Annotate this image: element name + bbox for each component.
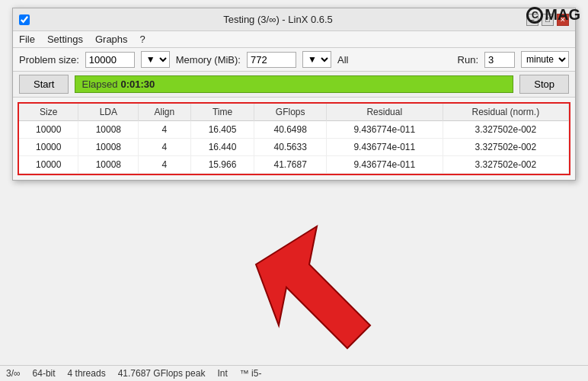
elapsed-section: Elapsed 0:01:30 xyxy=(75,75,513,93)
status-gflops: 41.7687 GFlops peak xyxy=(118,368,206,379)
status-runs: 3/∞ xyxy=(6,368,21,379)
memory-input[interactable] xyxy=(247,52,296,68)
table-cell: 16.440 xyxy=(190,139,254,156)
col-residual-norm: Residual (norm.) xyxy=(443,104,568,121)
table-cell: 4 xyxy=(139,121,190,139)
run-dropdown[interactable]: minute xyxy=(521,51,569,68)
arrow-overlay xyxy=(248,219,401,358)
toolbar: Problem size: ▼ Memory (MiB): ▼ All Run:… xyxy=(13,48,575,72)
results-table: Size LDA Align Time GFlops Residual Resi… xyxy=(19,104,569,174)
run-label: Run: xyxy=(458,54,478,66)
table-row: 1000010008416.40540.64989.436774e-0113.3… xyxy=(19,121,569,139)
table-header-row: Size LDA Align Time GFlops Residual Resi… xyxy=(19,104,569,121)
table-cell: 10008 xyxy=(78,121,139,139)
memory-dropdown[interactable]: ▼ xyxy=(302,51,331,68)
table-cell: 15.966 xyxy=(190,156,254,174)
cmag-text: MAG xyxy=(545,6,580,24)
table-cell: 3.327502e-002 xyxy=(443,156,568,174)
col-gflops: GFlops xyxy=(254,104,326,121)
action-bar: Start Elapsed 0:01:30 Stop xyxy=(13,72,575,98)
title-bar: Testing (3/∞) - LinX 0.6.5 – □ ✕ xyxy=(13,8,575,31)
table-cell: 10000 xyxy=(19,121,78,139)
col-align: Align xyxy=(139,104,190,121)
svg-marker-0 xyxy=(256,226,370,348)
table-cell: 3.327502e-002 xyxy=(443,121,568,139)
elapsed-time: 0:01:30 xyxy=(120,78,155,90)
col-lda: LDA xyxy=(78,104,139,121)
table-cell: 9.436774e-011 xyxy=(326,156,443,174)
status-int: Int xyxy=(217,368,227,379)
main-window: Testing (3/∞) - LinX 0.6.5 – □ ✕ File Se… xyxy=(12,8,576,181)
status-bar: 3/∞ 64-bit 4 threads 41.7687 GFlops peak… xyxy=(0,365,588,381)
table-cell: 10000 xyxy=(19,139,78,156)
col-size: Size xyxy=(19,104,78,121)
start-button[interactable]: Start xyxy=(19,75,69,94)
menu-file[interactable]: File xyxy=(19,34,35,45)
table-row: 1000010008415.96641.76879.436774e-0113.3… xyxy=(19,156,569,174)
col-residual: Residual xyxy=(326,104,443,121)
status-cpu: ™ i5- xyxy=(240,368,262,379)
results-table-container: Size LDA Align Time GFlops Residual Resi… xyxy=(18,102,570,175)
all-label: All xyxy=(337,54,348,66)
table-cell: 3.327502e-002 xyxy=(443,139,568,156)
table-cell: 41.7687 xyxy=(254,156,326,174)
problem-size-input[interactable] xyxy=(85,52,135,68)
menu-settings[interactable]: Settings xyxy=(47,34,83,45)
cmag-logo: C MAG xyxy=(526,6,580,24)
memory-label: Memory (MiB): xyxy=(176,54,241,66)
col-time: Time xyxy=(190,104,254,121)
menu-graphs[interactable]: Graphs xyxy=(95,34,128,45)
table-cell: 10008 xyxy=(78,139,139,156)
table-cell: 4 xyxy=(139,139,190,156)
cmag-c-icon: C xyxy=(526,7,543,24)
stop-button[interactable]: Stop xyxy=(519,75,569,94)
table-cell: 16.405 xyxy=(190,121,254,139)
table-row: 1000010008416.44040.56339.436774e-0113.3… xyxy=(19,139,569,156)
table-cell: 9.436774e-011 xyxy=(326,139,443,156)
table-cell: 10000 xyxy=(19,156,78,174)
menu-help[interactable]: ? xyxy=(140,34,145,45)
elapsed-label: Elapsed xyxy=(81,78,117,90)
status-threads: 4 threads xyxy=(68,368,106,379)
window-title: Testing (3/∞) - LinX 0.6.5 xyxy=(30,14,526,25)
red-arrow-icon xyxy=(248,219,401,356)
title-checkbox[interactable] xyxy=(19,14,30,25)
table-cell: 40.6498 xyxy=(254,121,326,139)
problem-size-label: Problem size: xyxy=(19,54,79,66)
table-cell: 9.436774e-011 xyxy=(326,121,443,139)
table-cell: 40.5633 xyxy=(254,139,326,156)
title-bar-left xyxy=(19,14,30,25)
status-bits: 64-bit xyxy=(33,368,56,379)
problem-size-dropdown[interactable]: ▼ xyxy=(141,51,170,68)
table-cell: 4 xyxy=(139,156,190,174)
menu-bar: File Settings Graphs ? xyxy=(13,31,575,48)
run-input[interactable] xyxy=(484,52,515,68)
table-cell: 10008 xyxy=(78,156,139,174)
